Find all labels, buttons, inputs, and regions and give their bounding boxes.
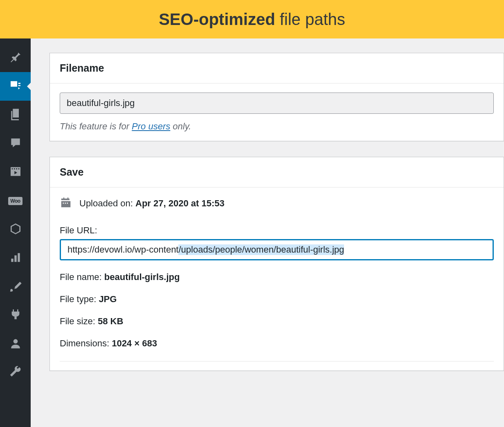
filesize-label: File size: [60, 316, 98, 326]
filesize-value: 58 KB [98, 316, 123, 326]
divider [60, 361, 494, 361]
sidebar-item-pin[interactable] [0, 43, 31, 72]
sidebar-item-analytics[interactable] [0, 244, 31, 273]
row-filesize: File size: 58 KB [60, 316, 494, 327]
products-icon [9, 222, 22, 237]
top-banner: SEO-optimized file paths [0, 0, 504, 38]
file-url-plain: https://devowl.io/wp-content [68, 244, 178, 255]
sidebar-item-tools[interactable] [0, 359, 31, 387]
appearance-icon [9, 280, 22, 294]
hint-after: only. [170, 121, 191, 131]
filename-hint: This feature is for Pro users only. [60, 121, 494, 132]
pro-users-link[interactable]: Pro users [132, 121, 170, 131]
tools-icon [9, 366, 22, 380]
sidebar-item-media[interactable] [0, 72, 31, 101]
save-panel: Save Uploaded on: Apr 27, 2020 at 15:53 … [50, 157, 504, 371]
filetype-label: File type: [60, 294, 99, 304]
media-icon [9, 79, 22, 94]
sidebar-item-plugins[interactable] [0, 301, 31, 330]
calendar-icon [60, 197, 72, 210]
pin-icon [9, 50, 22, 65]
plugins-icon [9, 308, 22, 323]
file-url-label: File URL: [60, 225, 494, 236]
pages-icon [9, 108, 22, 122]
row-filetype: File type: JPG [60, 294, 494, 305]
uploaded-row: Uploaded on: Apr 27, 2020 at 15:53 [60, 197, 494, 210]
uploaded-date: Apr 27, 2020 at 15:53 [135, 198, 225, 208]
save-panel-title: Save [50, 157, 504, 188]
comments-icon [9, 136, 22, 151]
sidebar-item-woocommerce[interactable]: Woo [0, 187, 31, 215]
sidebar-item-users[interactable] [0, 330, 31, 359]
file-url-input[interactable]: https://devowl.io/wp-content/uploads/peo… [60, 239, 494, 260]
row-dimensions: Dimensions: 1024 × 683 [60, 338, 494, 349]
analytics-icon [9, 251, 22, 266]
banner-rest: file paths [275, 10, 345, 28]
sidebar-item-video[interactable] [0, 158, 31, 187]
row-filename: File name: beautiful-girls.jpg [60, 272, 494, 282]
hint-before: This feature is for [60, 121, 132, 131]
filetype-value: JPG [99, 294, 117, 304]
admin-sidebar: Woo [0, 38, 31, 427]
woocommerce-icon: Woo [8, 197, 22, 205]
banner-bold: SEO-optimized [159, 10, 275, 28]
filename-panel: Filename This feature is for Pro users o… [50, 53, 504, 141]
dimensions-label: Dimensions: [60, 338, 112, 348]
main-content: Filename This feature is for Pro users o… [31, 38, 504, 427]
dimensions-value: 1024 × 683 [112, 338, 157, 348]
filename-label: File name: [60, 272, 104, 282]
sidebar-item-comments[interactable] [0, 129, 31, 158]
filename-input[interactable] [60, 93, 494, 114]
sidebar-item-products[interactable] [0, 215, 31, 244]
file-url-highlighted: /uploads/people/women/beautiful-girls.jp… [178, 244, 344, 255]
filename-value: beautiful-girls.jpg [104, 272, 180, 282]
uploaded-label: Uploaded on: [79, 198, 135, 208]
video-post-icon [9, 165, 22, 180]
users-icon [9, 337, 22, 352]
filename-panel-title: Filename [50, 53, 504, 84]
sidebar-item-pages[interactable] [0, 101, 31, 129]
sidebar-item-appearance[interactable] [0, 273, 31, 301]
